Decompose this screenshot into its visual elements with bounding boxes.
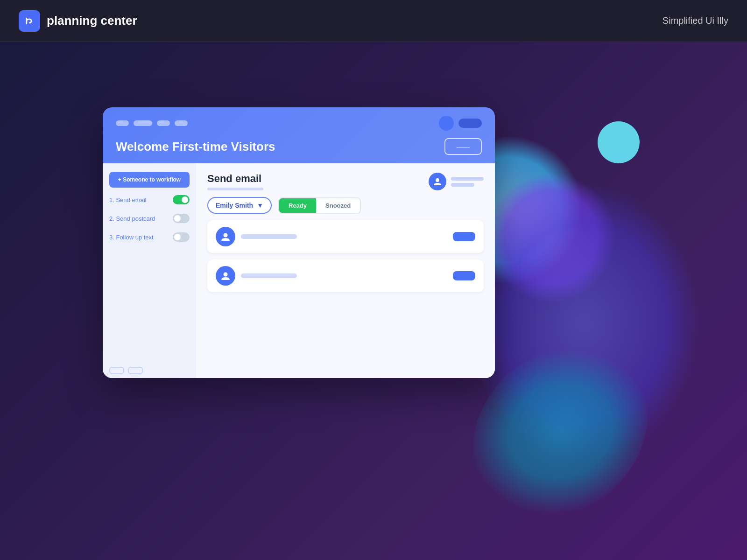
card-title: Welcome First-time Visitors bbox=[116, 140, 275, 154]
win-btn-3 bbox=[157, 120, 170, 126]
window-controls bbox=[116, 116, 482, 131]
svg-rect-0 bbox=[23, 14, 36, 28]
header-line-2 bbox=[451, 183, 474, 187]
card-body: + Someone to workflow 1. Send email 2. S… bbox=[103, 163, 495, 378]
svg-point-1 bbox=[436, 178, 439, 182]
chevron-down-icon: ▼ bbox=[257, 202, 263, 209]
person-card-1-left bbox=[216, 227, 297, 246]
main-subtitle-bar bbox=[207, 188, 263, 190]
sidebar-item-3: 3. Follow up text bbox=[109, 231, 190, 244]
status-button-group: Ready Snoozed bbox=[278, 197, 361, 214]
person-select-dropdown[interactable]: Emily Smith ▼ bbox=[207, 197, 272, 214]
main-header: Send email bbox=[207, 173, 484, 190]
win-btn-4 bbox=[175, 120, 188, 126]
sidebar-bottom-buttons bbox=[109, 367, 190, 374]
person-select-label: Emily Smith bbox=[216, 202, 253, 209]
add-to-workflow-button[interactable]: + Someone to workflow bbox=[109, 172, 190, 188]
person-name-bar-1 bbox=[241, 234, 297, 239]
card-title-row: Welcome First-time Visitors —— bbox=[116, 138, 482, 163]
logo-area: planning center bbox=[19, 10, 137, 32]
card-main: Send email bbox=[196, 163, 495, 378]
header-lines bbox=[451, 177, 484, 187]
sidebar-btn-2[interactable] bbox=[128, 367, 143, 374]
person-card-2 bbox=[207, 259, 484, 292]
logo-icon bbox=[19, 10, 40, 32]
main-title-block: Send email bbox=[207, 173, 263, 190]
blob-cyan-small bbox=[598, 121, 640, 163]
header-line-1 bbox=[451, 177, 484, 181]
sidebar-item-1-label: 1. Send email bbox=[109, 196, 147, 203]
toggle-follow-up[interactable] bbox=[173, 232, 190, 242]
sidebar-item-2: 2. Send postcard bbox=[109, 212, 190, 225]
win-btn-right bbox=[458, 119, 482, 128]
filter-row: Emily Smith ▼ Ready Snoozed bbox=[207, 197, 484, 214]
svg-point-2 bbox=[224, 233, 228, 238]
person-avatar-1 bbox=[216, 227, 235, 246]
sidebar-item-3-label: 3. Follow up text bbox=[109, 234, 154, 241]
main-header-right bbox=[429, 173, 484, 190]
navbar-tagline: Simplified Ui Illy bbox=[662, 15, 728, 26]
sidebar-btn-1[interactable] bbox=[109, 367, 124, 374]
snoozed-button[interactable]: Snoozed bbox=[316, 198, 360, 213]
win-btn-1 bbox=[116, 120, 129, 126]
card-title-button[interactable]: —— bbox=[444, 138, 482, 155]
sidebar-item-2-label: 2. Send postcard bbox=[109, 215, 155, 222]
person-card-1 bbox=[207, 220, 484, 253]
win-btn-2 bbox=[134, 120, 152, 126]
ready-button[interactable]: Ready bbox=[279, 198, 316, 213]
toggle-send-email[interactable] bbox=[173, 195, 190, 204]
win-circle bbox=[439, 116, 454, 131]
ui-card: Welcome First-time Visitors —— + Someone… bbox=[103, 107, 495, 378]
toggle-send-postcard[interactable] bbox=[173, 214, 190, 223]
navbar: planning center Simplified Ui Illy bbox=[0, 0, 747, 42]
person-card-2-left bbox=[216, 266, 297, 286]
main-title: Send email bbox=[207, 173, 263, 185]
person-action-btn-1[interactable] bbox=[453, 232, 475, 241]
person-avatar-2 bbox=[216, 266, 235, 286]
person-name-bar-2 bbox=[241, 273, 297, 278]
logo-text: planning center bbox=[47, 14, 137, 28]
sidebar-item-1: 1. Send email bbox=[109, 193, 190, 206]
card-sidebar: + Someone to workflow 1. Send email 2. S… bbox=[103, 163, 196, 378]
background: Welcome First-time Visitors —— + Someone… bbox=[0, 42, 747, 560]
card-titlebar: Welcome First-time Visitors —— bbox=[103, 107, 495, 163]
svg-point-3 bbox=[224, 273, 228, 277]
person-action-btn-2[interactable] bbox=[453, 271, 475, 280]
header-avatar bbox=[429, 173, 446, 190]
